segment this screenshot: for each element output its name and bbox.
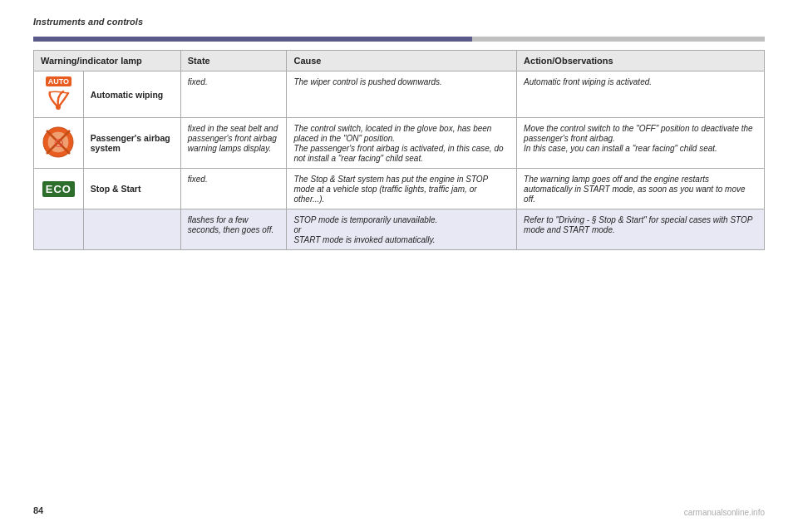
auto-badge: AUTO [46,76,71,86]
action-airbag: Move the control switch to the "OFF" pos… [517,118,765,169]
cause-airbag: The control switch, located in the glove… [287,118,517,169]
state-stop-start-fixed: fixed. [180,169,287,209]
table-row: AUTO Automatic wiping fixed. The wiper [34,71,765,118]
cause-auto-wiping: The wiper control is pushed downwards. [287,71,517,118]
icon-cell-auto-wiper: AUTO [34,71,84,118]
auto-wiper-icon: AUTO [41,76,76,112]
eco-badge-icon: ECO [42,181,75,197]
action-stop-start-flashes: Refer to "Driving - § Stop & Start" for … [517,209,765,250]
action-auto-wiping: Automatic front wiping is activated. [517,71,765,118]
col-header-lamp: Warning/indicator lamp [34,51,181,71]
state-stop-start-flashes: flashes for a few seconds, then goes off… [180,209,287,250]
col-header-action: Action/Observations [517,51,765,71]
cause-stop-start-flashes: STOP mode is temporarily unavailable.orS… [287,209,517,250]
warning-table: Warning/indicator lamp State Cause Actio… [33,50,765,250]
watermark: carmanualsonline.info [684,508,765,517]
label-stop-start: Stop & Start [83,169,180,209]
table-row: 🚫 Passenger's airbag system fixed in the… [34,118,765,169]
page-number: 84 [33,505,43,515]
col-header-cause: Cause [287,51,517,71]
icon-cell-eco-continued [34,209,84,250]
header-line [33,37,765,42]
table-row: flashes for a few seconds, then goes off… [34,209,765,250]
label-airbag: Passenger's airbag system [83,118,180,169]
state-auto-wiping: fixed. [180,71,287,118]
airbag-icon: 🚫 [42,126,74,158]
svg-text:🚫: 🚫 [54,138,64,148]
state-airbag: fixed in the seat belt and passenger's f… [180,118,287,169]
wiper-svg-icon [45,89,71,112]
label-stop-start-continued [83,209,180,250]
cause-stop-start-fixed: The Stop & Start system has put the engi… [287,169,517,209]
icon-cell-eco: ECO [34,169,84,209]
table-row: ECO Stop & Start fixed. The Stop & Start… [34,169,765,209]
col-header-state: State [180,51,287,71]
label-auto-wiping: Automatic wiping [83,71,180,118]
action-stop-start-fixed: The warning lamp goes off and the engine… [517,169,765,209]
icon-cell-airbag: 🚫 [34,118,84,169]
page-header: Instruments and controls [33,17,765,27]
